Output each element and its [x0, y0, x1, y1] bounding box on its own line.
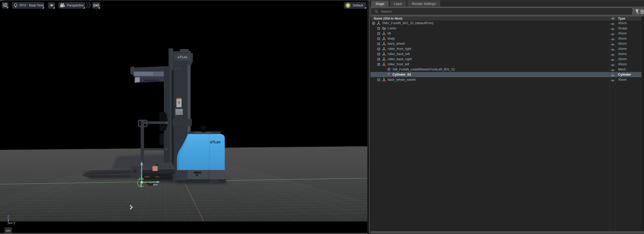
svg-text:aTLas: aTLas	[210, 140, 221, 144]
svg-text:Y: Y	[13, 221, 16, 225]
svg-text:Z: Z	[7, 215, 10, 219]
svg-text:aTLas: aTLas	[178, 55, 187, 59]
